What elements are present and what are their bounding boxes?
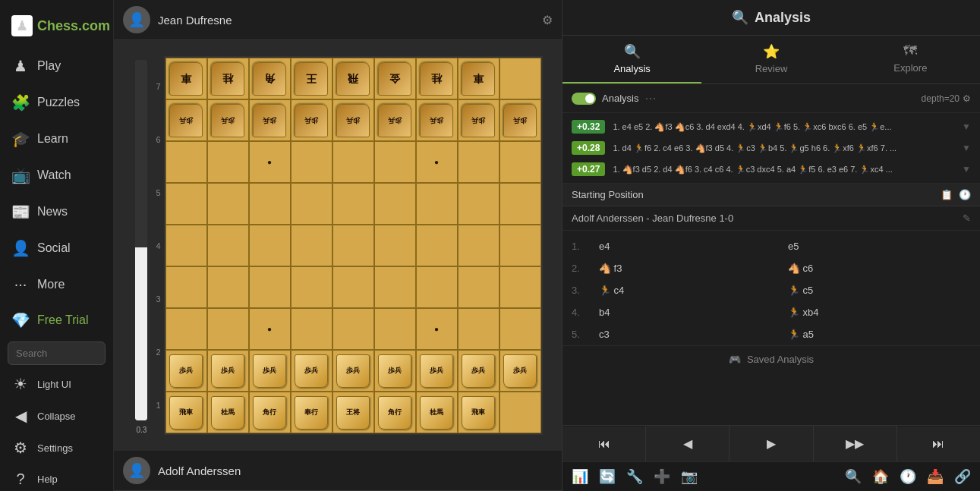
board-cell[interactable] bbox=[416, 225, 458, 266]
board-cell[interactable] bbox=[291, 183, 332, 225]
board-cell[interactable] bbox=[499, 183, 541, 225]
board-cell[interactable]: 歩兵 bbox=[165, 350, 207, 392]
board-cell[interactable] bbox=[249, 183, 291, 225]
sidebar-item-collapse[interactable]: ◀ Collapse bbox=[0, 400, 113, 432]
piece[interactable]: 歩兵 bbox=[420, 104, 453, 137]
download-icon[interactable]: 📥 bbox=[927, 468, 944, 485]
suggestion-arrow-3[interactable]: ▼ bbox=[962, 164, 971, 175]
piece[interactable]: 歩兵 bbox=[253, 354, 286, 388]
move-white[interactable]: 🏃 c4 bbox=[593, 282, 782, 298]
piece[interactable]: 角 bbox=[253, 62, 286, 96]
piece[interactable]: 歩兵 bbox=[462, 354, 495, 388]
sidebar-item-watch[interactable]: 📺 Watch bbox=[0, 157, 113, 194]
board-cell[interactable] bbox=[499, 308, 541, 350]
copy-position-icon[interactable]: 📋 bbox=[941, 189, 953, 200]
bar-chart-icon[interactable]: 📊 bbox=[572, 468, 588, 485]
board-cell[interactable] bbox=[374, 225, 416, 266]
board-cell[interactable] bbox=[249, 225, 291, 266]
nav-last-button[interactable]: ⏭ bbox=[897, 426, 980, 461]
board-cell[interactable]: 歩兵 bbox=[499, 350, 541, 392]
board-cell[interactable] bbox=[207, 141, 249, 183]
analysis-toggle[interactable] bbox=[572, 93, 596, 105]
analysis-tools-icon[interactable]: 🔧 bbox=[626, 468, 643, 485]
board-cell[interactable]: 歩兵 bbox=[207, 99, 249, 141]
board-cell[interactable] bbox=[499, 225, 541, 266]
board-cell[interactable] bbox=[165, 266, 207, 308]
board-cell[interactable]: 角行 bbox=[249, 392, 291, 433]
board-cell[interactable] bbox=[499, 141, 541, 183]
move-black[interactable]: 🏃 xb4 bbox=[782, 304, 971, 320]
board-cell[interactable] bbox=[416, 266, 458, 308]
board-cell[interactable] bbox=[207, 183, 249, 225]
board-cell[interactable]: 歩兵 bbox=[207, 350, 249, 392]
more-options-icon[interactable]: ··· bbox=[644, 90, 656, 106]
share-icon[interactable]: 🔗 bbox=[954, 468, 971, 485]
board-cell[interactable]: 歩兵 bbox=[458, 99, 499, 141]
board-cell[interactable]: 歩兵 bbox=[332, 350, 374, 392]
board-cell[interactable]: 奉行 bbox=[291, 392, 332, 433]
sidebar-item-puzzles[interactable]: 🧩 Puzzles bbox=[0, 84, 113, 121]
piece[interactable]: 桂 bbox=[420, 62, 453, 96]
board-cell[interactable]: 歩兵 bbox=[291, 350, 332, 392]
piece[interactable]: 歩兵 bbox=[295, 354, 328, 388]
sidebar-item-play[interactable]: ♟ Play bbox=[0, 48, 113, 84]
add-icon[interactable]: ➕ bbox=[654, 468, 670, 485]
piece[interactable]: 歩兵 bbox=[336, 354, 370, 388]
piece[interactable]: 桂馬 bbox=[211, 396, 244, 430]
screenshot-icon[interactable]: 📷 bbox=[681, 468, 698, 485]
nav-play-button[interactable]: ▶ bbox=[729, 426, 813, 461]
board-cell[interactable] bbox=[458, 141, 499, 183]
board-cell[interactable]: 歩兵 bbox=[374, 350, 416, 392]
time-icon[interactable]: 🕐 bbox=[900, 468, 916, 485]
board-cell[interactable]: 桂馬 bbox=[416, 392, 458, 433]
depth-settings-icon[interactable]: ⚙ bbox=[963, 93, 971, 104]
piece[interactable]: 歩兵 bbox=[336, 104, 370, 137]
logo[interactable]: ♟ Chess.com bbox=[0, 8, 121, 48]
board-cell[interactable]: 車 bbox=[165, 58, 207, 99]
board-cell[interactable] bbox=[249, 266, 291, 308]
suggestion-arrow-1[interactable]: ▼ bbox=[962, 121, 971, 132]
piece[interactable]: 奉行 bbox=[295, 396, 328, 430]
board-cell[interactable] bbox=[291, 141, 332, 183]
piece[interactable]: 金 bbox=[378, 62, 411, 96]
board-cell[interactable] bbox=[332, 225, 374, 266]
nav-prev-button[interactable]: ◀ bbox=[646, 426, 729, 461]
board-cell[interactable]: 歩兵 bbox=[416, 350, 458, 392]
board-cell[interactable] bbox=[458, 183, 499, 225]
piece[interactable]: 桂馬 bbox=[420, 396, 453, 430]
piece[interactable]: 歩兵 bbox=[462, 104, 495, 137]
board-cell[interactable] bbox=[416, 141, 458, 183]
tab-explore[interactable]: 🗺 Explore bbox=[841, 36, 980, 83]
board-cell[interactable] bbox=[458, 308, 499, 350]
sidebar-item-settings[interactable]: ⚙ Settings bbox=[0, 432, 113, 464]
board-cell[interactable] bbox=[207, 225, 249, 266]
sidebar-item-news[interactable]: 📰 News bbox=[0, 194, 113, 230]
piece[interactable]: 歩兵 bbox=[503, 104, 537, 137]
board-cell[interactable]: 歩兵 bbox=[332, 99, 374, 141]
board-cell[interactable]: 角行 bbox=[374, 392, 416, 433]
suggestion-arrow-2[interactable]: ▼ bbox=[962, 143, 971, 153]
board-cell[interactable]: 歩兵 bbox=[165, 99, 207, 141]
piece[interactable]: 歩兵 bbox=[503, 354, 537, 388]
board-cell[interactable]: 桂 bbox=[416, 58, 458, 99]
board-cell[interactable] bbox=[416, 183, 458, 225]
nav-first-button[interactable]: ⏮ bbox=[562, 426, 646, 461]
board-cell[interactable] bbox=[291, 225, 332, 266]
board-cell[interactable] bbox=[374, 183, 416, 225]
board-cell[interactable]: 王将 bbox=[332, 392, 374, 433]
board-cell[interactable] bbox=[165, 141, 207, 183]
move-white[interactable]: b4 bbox=[593, 304, 782, 320]
piece[interactable]: 歩兵 bbox=[295, 104, 328, 137]
sidebar-item-more[interactable]: ··· More bbox=[0, 266, 113, 302]
move-white[interactable]: 🐴 f3 bbox=[593, 260, 782, 276]
sidebar-item-learn[interactable]: 🎓 Learn bbox=[0, 121, 113, 157]
board-cell[interactable] bbox=[374, 141, 416, 183]
board-cell[interactable]: 桂馬 bbox=[207, 392, 249, 433]
board-cell[interactable]: 角 bbox=[249, 58, 291, 99]
piece[interactable]: 歩兵 bbox=[253, 104, 286, 137]
board-cell[interactable]: 歩兵 bbox=[249, 99, 291, 141]
piece[interactable]: 飛車 bbox=[462, 396, 495, 430]
piece[interactable]: 王将 bbox=[336, 396, 370, 430]
board-cell[interactable] bbox=[291, 308, 332, 350]
board-cell[interactable] bbox=[374, 266, 416, 308]
